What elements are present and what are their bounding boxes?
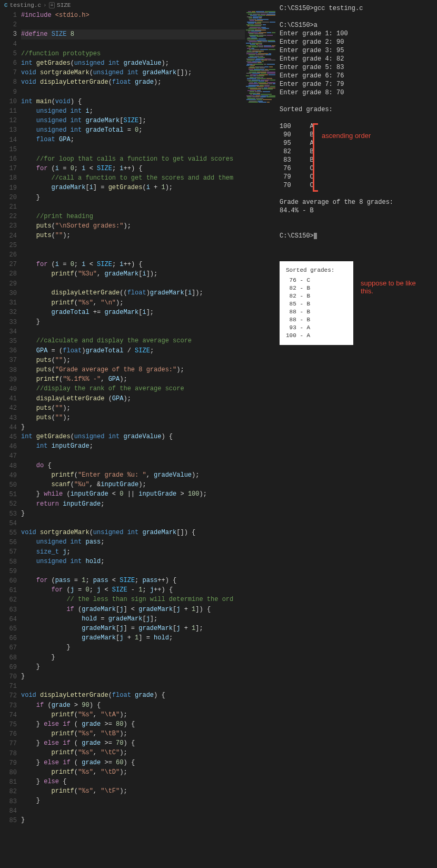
code-line[interactable]: for (pass = 1; pass < SIZE; pass++) { xyxy=(21,576,276,585)
code-line[interactable]: printf("%.1f%% -", GPA); xyxy=(21,374,276,384)
code-line[interactable]: //calculate and display the average scor… xyxy=(21,336,276,346)
terminal-pane[interactable]: C:\CS150>gcc testing.c C:\CS150>aEnter g… xyxy=(276,0,437,868)
line-number[interactable]: 49 xyxy=(0,471,17,480)
code-line[interactable]: if (grade > 90) { xyxy=(21,701,276,710)
code-line[interactable] xyxy=(21,279,276,288)
code-line[interactable]: //call a function to get the scores and … xyxy=(21,173,276,183)
line-number[interactable]: 7 xyxy=(0,68,17,77)
line-number[interactable]: 33 xyxy=(0,318,17,327)
code-line[interactable]: displayLetterGrade((float)gradeMark[i]); xyxy=(21,288,276,298)
line-number[interactable]: 61 xyxy=(0,586,17,595)
code-line[interactable]: // the less than sign will determine the… xyxy=(21,595,276,604)
code-line[interactable]: gradeMark[i] = getGrades(i + 1); xyxy=(21,183,276,192)
line-number[interactable]: 57 xyxy=(0,547,17,557)
line-number[interactable]: 27 xyxy=(0,260,17,269)
line-number[interactable]: 67 xyxy=(0,643,17,653)
code-line[interactable] xyxy=(21,518,276,528)
line-number[interactable]: 75 xyxy=(0,720,17,729)
line-number[interactable]: 55 xyxy=(0,528,17,538)
code-line[interactable]: puts(""); xyxy=(21,403,276,413)
code-line[interactable]: gradeTotal += gradeMark[i]; xyxy=(21,308,276,317)
line-number[interactable]: 79 xyxy=(0,758,17,768)
line-number[interactable]: 72 xyxy=(0,691,17,701)
line-number[interactable]: 14 xyxy=(0,135,17,145)
line-number[interactable]: 36 xyxy=(0,346,17,356)
code-line[interactable]: for (j = 0; j < SIZE - 1; j++) { xyxy=(21,585,276,595)
code-line[interactable]: GPA = (float)gradeTotal / SIZE; xyxy=(21,346,276,356)
line-number[interactable]: 54 xyxy=(0,519,17,528)
line-number[interactable]: 25 xyxy=(0,241,17,250)
line-number[interactable]: 15 xyxy=(0,145,17,154)
breadcrumb[interactable]: C testing.c › ≡ SIZE xyxy=(0,0,276,11)
code-line[interactable]: printf("%s", "\tB"); xyxy=(21,729,276,738)
code-line[interactable]: printf("%s", "\tC"); xyxy=(21,748,276,757)
line-number[interactable]: 30 xyxy=(0,289,17,298)
code-line[interactable]: void displayLetterGrade(float grade); xyxy=(21,77,276,87)
line-number[interactable]: 59 xyxy=(0,567,17,576)
line-number[interactable]: 12 xyxy=(0,116,17,125)
line-number[interactable]: 4 xyxy=(0,40,17,49)
code-line[interactable]: } else { xyxy=(21,777,276,786)
line-number[interactable]: 70 xyxy=(0,672,17,682)
line-number[interactable]: 35 xyxy=(0,337,17,346)
line-number[interactable]: 3 xyxy=(0,29,17,39)
code-line[interactable]: puts("Grade average of the 8 grades:"); xyxy=(21,365,276,374)
code-line[interactable]: //display the rank of the average score xyxy=(21,384,276,393)
code-line[interactable]: } xyxy=(21,509,276,518)
code-line[interactable]: } xyxy=(21,317,276,327)
code-line[interactable]: puts("\nSorted grades:"); xyxy=(21,221,276,231)
line-number[interactable]: 26 xyxy=(0,250,17,260)
code-line[interactable]: int inputGrade; xyxy=(21,441,276,451)
code-line[interactable]: } while (inputGrade < 0 || inputGrade > … xyxy=(21,489,276,499)
line-number[interactable]: 77 xyxy=(0,739,17,748)
line-number[interactable]: 32 xyxy=(0,308,17,317)
code-line[interactable]: return inputGrade; xyxy=(21,499,276,509)
line-number[interactable]: 17 xyxy=(0,164,17,173)
code-line[interactable]: unsigned int gradeMark[SIZE]; xyxy=(21,116,276,125)
code-line[interactable]: } xyxy=(21,672,276,681)
code-line[interactable]: printf("%3u", gradeMark[i]); xyxy=(21,269,276,279)
code-line[interactable]: } else if ( grade >= 80) { xyxy=(21,719,276,729)
code-line[interactable]: #include <stdio.h> xyxy=(21,11,276,20)
line-number[interactable]: 24 xyxy=(0,231,17,241)
line-number[interactable]: 39 xyxy=(0,375,17,384)
line-number[interactable]: 71 xyxy=(0,682,17,691)
line-number[interactable]: 48 xyxy=(0,461,17,471)
code-line[interactable]: puts(""); xyxy=(21,231,276,240)
line-number[interactable]: 84 xyxy=(0,806,17,816)
code-line[interactable]: displayLetterGrade (GPA); xyxy=(21,394,276,403)
code-line[interactable]: if (gradeMark[j] < gradeMark[j + 1]) { xyxy=(21,605,276,614)
line-number[interactable]: 63 xyxy=(0,605,17,615)
line-number[interactable]: 2 xyxy=(0,20,17,29)
code-line[interactable] xyxy=(21,806,276,815)
code-line[interactable]: } xyxy=(21,193,276,202)
line-number[interactable]: 74 xyxy=(0,711,17,720)
code-line[interactable]: printf("%s", "\n"); xyxy=(21,298,276,308)
code-line[interactable]: printf("%s", "\tF"); xyxy=(21,786,276,796)
code-line[interactable]: //for loop that calls a function to get … xyxy=(21,154,276,164)
code-line[interactable]: gradeMark[j + 1] = hold; xyxy=(21,633,276,643)
line-number[interactable]: 9 xyxy=(0,87,17,97)
line-number[interactable]: 29 xyxy=(0,279,17,289)
code-line[interactable]: printf("Enter grade %u: ", gradeValue); xyxy=(21,470,276,480)
line-number[interactable]: 68 xyxy=(0,653,17,663)
code-line[interactable]: for (i = 0; i < SIZE; i++) { xyxy=(21,260,276,269)
line-number[interactable]: 18 xyxy=(0,173,17,183)
code-line[interactable]: } xyxy=(21,662,276,672)
line-number[interactable]: 22 xyxy=(0,212,17,221)
line-number[interactable]: 38 xyxy=(0,366,17,375)
code-line[interactable]: unsigned int gradeTotal = 0; xyxy=(21,125,276,135)
line-number[interactable]: 40 xyxy=(0,384,17,394)
line-number[interactable]: 34 xyxy=(0,327,17,337)
line-number[interactable]: 65 xyxy=(0,624,17,634)
line-number[interactable]: 60 xyxy=(0,576,17,586)
line-number[interactable]: 58 xyxy=(0,557,17,567)
code-line[interactable]: void displayLetterGrade(float grade) { xyxy=(21,691,276,700)
line-number[interactable]: 42 xyxy=(0,403,17,413)
code-line[interactable]: printf("%s", "\tA"); xyxy=(21,710,276,719)
code-line[interactable]: } xyxy=(21,796,276,805)
line-number[interactable]: 41 xyxy=(0,394,17,403)
breadcrumb-file[interactable]: testing.c xyxy=(10,2,41,8)
line-number[interactable]: 56 xyxy=(0,538,17,547)
line-number[interactable]: 80 xyxy=(0,768,17,777)
